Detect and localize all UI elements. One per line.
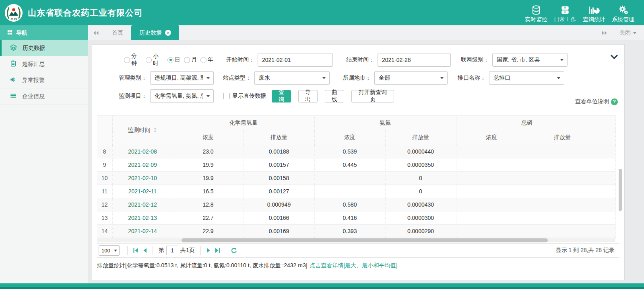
vertical-scrollbar-thumb[interactable] [619, 169, 622, 211]
station-type-select[interactable]: 废水 [254, 71, 330, 85]
sidebar-item-exceed-summary[interactable]: 超标汇总 [0, 56, 88, 72]
filter-row-3: 监测项目： 化学需氧量, 氨氮, 总磷, 总 显示直传数据 查询 导出 曲线 打… [119, 89, 624, 103]
monitor-item-label: 监测项目： [116, 92, 147, 100]
nav-daily-work[interactable]: 日常工作 [551, 2, 580, 23]
table-row: 142021-02-1422.90.001690.3930.0000290 [97, 225, 615, 238]
tab-home-label: 首页 [112, 29, 123, 37]
company-name: 山东省联合农药工业有限公司 [28, 7, 143, 18]
value-cell [527, 172, 598, 185]
monitor-date-link[interactable]: 2021-02-14 [112, 225, 173, 238]
tab-home[interactable]: 首页 [104, 25, 131, 40]
value-cell: 16.5 [173, 185, 244, 198]
city-label: 所属地市： [340, 74, 371, 82]
value-cell: 0.539 [314, 145, 385, 158]
pagination-bar: 100 第 共1页 [97, 243, 619, 258]
time-column-header[interactable]: 监测时间 [112, 116, 173, 145]
value-cell: 0.00169 [244, 225, 314, 238]
period-radio-group: 分钟 小时 日 月 [119, 53, 217, 67]
monitor-item-select[interactable]: 化学需氧量, 氨氮, 总磷, 总 [150, 89, 214, 103]
divider [226, 246, 226, 255]
query-button[interactable]: 查询 [272, 90, 291, 102]
monitor-date-link[interactable]: 2021-02-09 [112, 158, 173, 172]
radio-month[interactable]: 月 [184, 56, 197, 64]
radio-icon [200, 57, 206, 63]
unit-help-link[interactable]: 查看单位说明 [575, 98, 618, 105]
table-row: 82021-02-0823.00.001880.5390.0000440 [97, 145, 615, 158]
empty-cell [598, 145, 615, 158]
next-page-icon[interactable] [204, 246, 213, 255]
direct-data-checkbox[interactable] [223, 93, 230, 99]
radio-label: 小时 [153, 53, 164, 67]
table-row: 122021-02-1212.80.0009490.5800.0000430 [97, 198, 615, 211]
last-page-icon[interactable] [213, 246, 222, 255]
monitor-date-link[interactable]: 2021-02-12 [112, 198, 173, 211]
horizontal-scrollbar-thumb[interactable] [182, 238, 548, 242]
chart-pie-icon [588, 4, 600, 15]
value-cell [456, 185, 527, 198]
manage-type-select[interactable]: 违规项目, 高架源, 重点排 [150, 71, 214, 85]
value-cell: 0.00157 [244, 158, 314, 172]
sidebar-item-history-data[interactable]: 历史数据 [0, 40, 88, 56]
value-cell: 0.445 [314, 158, 385, 172]
curve-button[interactable]: 曲线 [325, 90, 344, 102]
page-size-value: 100 [101, 248, 110, 254]
data-table-wrap: 监测时间 化学需氧量 氨氮 总磷 [97, 115, 619, 242]
first-page-icon[interactable] [131, 246, 140, 255]
value-cell [314, 185, 385, 198]
nav-realtime-monitor[interactable]: 实时监控 [522, 2, 551, 23]
outlet-select[interactable]: 总排口 [489, 71, 564, 85]
city-select[interactable]: 全部 [374, 71, 448, 85]
sidebar-item-company-info[interactable]: 企业信息 [0, 88, 88, 105]
tab-scroll-right-icon[interactable] [596, 30, 612, 36]
row-number-header [97, 116, 112, 145]
top-nav: 实时监控 日常工作 [522, 2, 644, 23]
tab-scroll-left-icon[interactable] [88, 25, 104, 40]
start-time-input[interactable] [258, 53, 333, 67]
value-cell [456, 198, 527, 211]
end-time-input[interactable] [378, 53, 451, 67]
radio-day[interactable]: 日 [167, 56, 180, 64]
row-number: 12 [97, 198, 112, 211]
nav-query-stats[interactable]: 查询统计 [580, 2, 609, 23]
export-button[interactable]: 导出 [298, 90, 318, 102]
page-number-input[interactable] [166, 246, 178, 255]
speaker-icon [10, 76, 17, 84]
table-row: 102021-02-1019.90.001580 [97, 172, 615, 185]
value-cell: 22.7 [173, 211, 244, 225]
empty-cell [598, 198, 615, 211]
main-area: 首页 历史数据 关闭 [88, 25, 644, 283]
monitor-date-link[interactable]: 2021-02-13 [112, 211, 173, 225]
nav-system-admin[interactable]: 系统管理 [609, 2, 638, 23]
records-info: 显示 1 到 28,共 28 记录 [556, 247, 618, 254]
tab-history-data[interactable]: 历史数据 [131, 25, 179, 40]
prev-page-icon[interactable] [140, 246, 149, 255]
radio-minute[interactable]: 分钟 [124, 53, 142, 67]
radio-hour[interactable]: 小时 [146, 53, 164, 67]
page-size-select[interactable]: 100 [99, 245, 120, 256]
radio-label: 年 [208, 56, 213, 64]
row-number: 14 [97, 225, 112, 238]
stats-detail-link[interactable]: 点击查看详情[最大、最小和平均值] [310, 262, 398, 269]
layers-icon [10, 44, 17, 53]
horizontal-scrollbar[interactable] [97, 238, 615, 242]
monitor-date-link[interactable]: 2021-02-08 [112, 145, 173, 158]
radio-icon [184, 57, 190, 63]
radio-year[interactable]: 年 [200, 56, 213, 64]
content-area: 分钟 小时 日 月 [88, 40, 644, 283]
end-time-label: 结束时间： [343, 56, 374, 64]
time-header-label: 监测时间 [128, 127, 151, 133]
value-cell: 0.0000430 [385, 198, 456, 211]
clipboard-icon [10, 60, 17, 68]
refresh-icon[interactable] [230, 246, 239, 255]
monitor-date-link[interactable]: 2021-02-11 [112, 185, 173, 198]
close-tabs-menu[interactable]: 关闭 [619, 29, 637, 37]
station-type-label: 站点类型： [220, 74, 251, 82]
monitor-date-link[interactable]: 2021-02-10 [112, 172, 173, 185]
page-total: 共1页 [180, 247, 195, 254]
sidebar-item-abnormal-alarm[interactable]: 异常报警 [0, 72, 88, 88]
open-new-query-button[interactable]: 打开新查询页 [351, 90, 394, 102]
value-cell: 0.416 [314, 211, 385, 225]
data-table: 监测时间 化学需氧量 氨氮 总磷 [97, 115, 616, 238]
network-level-select[interactable]: 国家, 省, 市, 区县 [492, 53, 568, 67]
close-tab-icon[interactable] [165, 30, 171, 36]
